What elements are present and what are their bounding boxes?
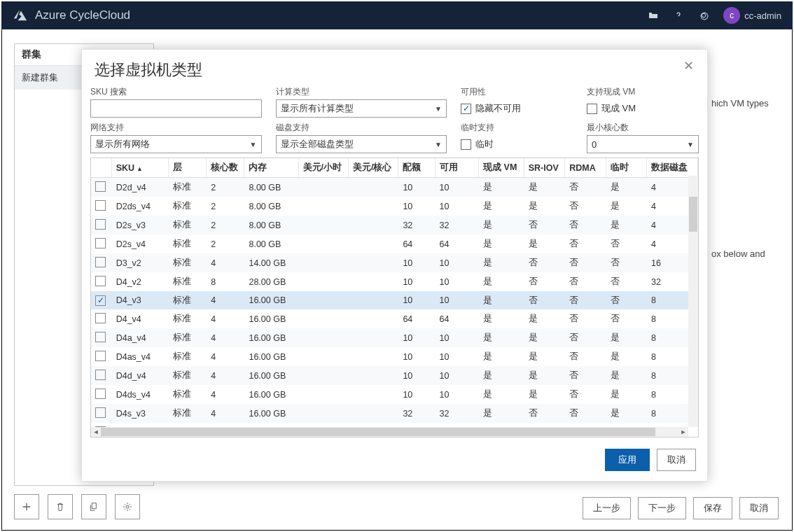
header-help-icon[interactable] — [666, 1, 691, 29]
table-row[interactable]: D4as_v4标准416.00 GB1010是是否是8 — [91, 347, 698, 366]
col-sriov[interactable]: SR-IOV — [524, 158, 564, 178]
cell-spot: 是 — [479, 309, 524, 328]
ephemeral-checkbox[interactable] — [461, 139, 471, 150]
cell-sku: D2d_v4 — [111, 178, 168, 197]
min-cores-select[interactable]: 0▼ — [587, 135, 699, 153]
table-row[interactable]: D4a_v4标准416.00 GB1010是是否是8 — [91, 328, 698, 347]
spot-vm-checkbox[interactable] — [587, 104, 597, 114]
row-checkbox[interactable] — [95, 332, 106, 342]
col-cores[interactable]: 核心数 — [207, 158, 244, 178]
cell-usd-hr — [298, 385, 348, 404]
cell-tier: 标准 — [169, 291, 207, 309]
cell-rdma: 否 — [565, 366, 606, 385]
row-checkbox[interactable] — [95, 238, 106, 248]
cell-cores: 4 — [207, 347, 244, 366]
save-button[interactable]: 保存 — [693, 497, 732, 519]
table-row[interactable]: D4_v3标准416.00 GB1010是否否否8 — [91, 291, 698, 309]
svg-point-0 — [126, 505, 129, 508]
row-checkbox[interactable] — [95, 257, 106, 267]
cell-spot: 是 — [479, 291, 524, 309]
cell-quota: 32 — [398, 404, 435, 423]
row-checkbox[interactable] — [95, 219, 106, 230]
user-label: cc-admin — [744, 10, 781, 21]
row-checkbox[interactable] — [95, 181, 106, 192]
settings-icon-button[interactable] — [115, 494, 140, 519]
col-rdma[interactable]: RDMA — [565, 158, 606, 178]
row-checkbox[interactable] — [95, 200, 106, 211]
table-row[interactable]: D4_v2标准828.00 GB1010是否否否32 — [91, 272, 698, 291]
compute-type-select[interactable]: 显示所有计算类型▼ — [276, 99, 447, 118]
row-checkbox[interactable] — [95, 295, 106, 306]
disk-select[interactable]: 显示全部磁盘类型▼ — [276, 135, 447, 153]
table-vscrollbar[interactable] — [688, 176, 698, 427]
modal-footer: 应用 取消 — [605, 449, 696, 471]
header-settings-icon[interactable] — [691, 1, 716, 29]
col-avail[interactable]: 可用 — [435, 158, 479, 178]
cell-quota: 10 — [398, 253, 435, 272]
cell-quota: 10 — [398, 272, 435, 291]
cell-avail: 10 — [435, 272, 479, 291]
table-row[interactable]: D2s_v3标准28.00 GB3232是否否是4 — [91, 216, 698, 234]
apply-button[interactable]: 应用 — [605, 449, 650, 471]
table-row[interactable]: D2ds_v4标准28.00 GB1010是是否是4 — [91, 197, 698, 216]
col-usd-core[interactable]: 美元/核心 — [349, 158, 398, 178]
spot-vm-label: 现成 VM — [601, 102, 636, 115]
bg-text-fragment: hich VM types — [711, 98, 769, 108]
col-usd-hr[interactable]: 美元/小时 — [298, 158, 348, 178]
scroll-left-icon[interactable]: ◄ — [91, 427, 101, 437]
bg-text-fragment: ox below and — [711, 248, 765, 259]
ephemeral-support-label: 临时支持 — [461, 122, 573, 134]
hscroll-thumb[interactable] — [101, 428, 655, 436]
cell-spot: 是 — [479, 253, 524, 272]
row-checkbox[interactable] — [95, 351, 106, 361]
cell-avail: 32 — [435, 216, 479, 234]
cell-usd-core — [349, 309, 398, 328]
copy-icon-button[interactable] — [81, 494, 106, 519]
table-hscrollbar[interactable]: ◄ ► — [91, 427, 688, 437]
avatar[interactable]: c — [723, 7, 740, 24]
table-row[interactable]: D2d_v4标准28.00 GB1010是是否是4 — [91, 178, 698, 197]
table-row[interactable]: D2s_v4标准28.00 GB6464是是否否4 — [91, 234, 698, 253]
add-icon-button[interactable] — [14, 494, 39, 519]
cell-sriov: 是 — [524, 197, 564, 216]
cancel-button[interactable]: 取消 — [739, 497, 779, 519]
col-spot[interactable]: 现成 VM — [479, 158, 524, 178]
cell-sku: D4a_v4 — [111, 328, 168, 347]
delete-icon-button[interactable] — [48, 494, 73, 519]
col-disks[interactable]: 数据磁盘 — [646, 158, 697, 178]
modal-cancel-button[interactable]: 取消 — [657, 449, 696, 471]
next-button[interactable]: 下一步 — [638, 497, 686, 519]
header-directory-icon[interactable] — [641, 1, 666, 29]
hide-unavailable-checkbox[interactable] — [461, 104, 471, 114]
table-row[interactable]: D4ds_v4标准416.00 GB1010是是否是8 — [91, 385, 698, 404]
network-select[interactable]: 显示所有网络▼ — [90, 135, 262, 153]
table-row[interactable]: D3_v2标准414.00 GB1010是否否否16 — [91, 253, 698, 272]
vscroll-thumb[interactable] — [689, 197, 697, 232]
cell-cores: 4 — [207, 309, 244, 328]
col-quota[interactable]: 配额 — [398, 158, 435, 178]
cell-avail: 10 — [435, 197, 479, 216]
row-checkbox[interactable] — [95, 388, 106, 399]
vm-table: SKU▲ 层 核心数 内存 美元/小时 美元/核心 配额 可用 现成 VM SR… — [90, 158, 699, 438]
col-eph[interactable]: 临时 — [606, 158, 646, 178]
cell-mem: 8.00 GB — [244, 178, 298, 197]
table-row[interactable]: D4_v4标准416.00 GB6464是是否否8 — [91, 309, 698, 328]
min-cores-label: 最小核心数 — [587, 122, 699, 134]
table-row[interactable]: D4d_v4标准416.00 GB1010是是否是8 — [91, 366, 698, 385]
cell-mem: 16.00 GB — [244, 347, 298, 366]
row-checkbox[interactable] — [95, 276, 106, 286]
close-icon[interactable]: ✕ — [683, 58, 697, 72]
sku-search-input[interactable] — [90, 99, 262, 118]
col-sku[interactable]: SKU▲ — [111, 158, 168, 178]
scroll-right-icon[interactable]: ► — [678, 427, 688, 437]
cell-mem: 8.00 GB — [244, 234, 298, 253]
row-checkbox[interactable] — [95, 370, 106, 380]
disk-value: 显示全部磁盘类型 — [281, 138, 354, 150]
col-mem[interactable]: 内存 — [244, 158, 298, 178]
table-row[interactable]: D4s_v3标准416.00 GB3232是否否是8 — [91, 404, 698, 423]
row-checkbox[interactable] — [95, 407, 106, 418]
prev-button[interactable]: 上一步 — [583, 497, 631, 519]
cell-mem: 14.00 GB — [244, 253, 298, 272]
row-checkbox[interactable] — [95, 313, 106, 323]
col-tier[interactable]: 层 — [169, 158, 207, 178]
